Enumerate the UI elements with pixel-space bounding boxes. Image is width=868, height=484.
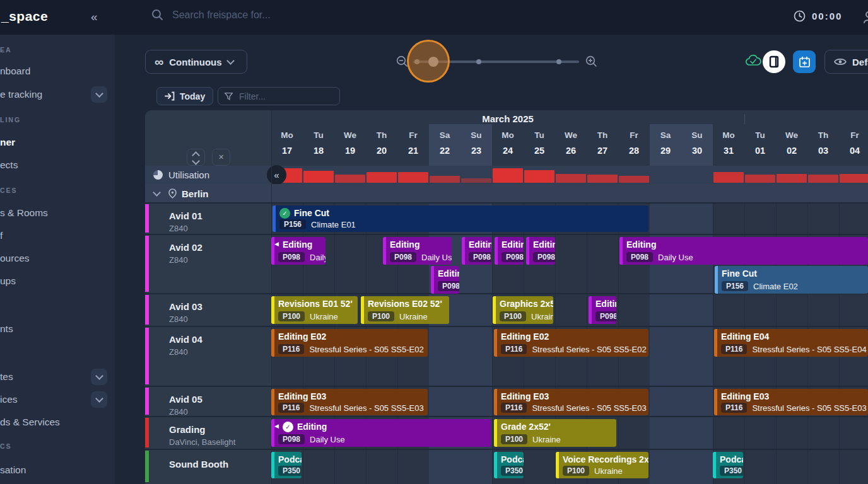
resource-row-avid-04[interactable]: Avid 04Z840 [145,326,271,386]
sidebar-item-s-rooms[interactable]: s & Rooms [0,207,48,219]
saved-view-button[interactable]: Defa [824,50,868,74]
resource-color-strip [145,295,149,325]
sidebar-item-nts[interactable]: nts [0,323,13,335]
event-accent-bar [494,389,497,415]
group-row-berlin[interactable]: Berlin [145,184,868,203]
today-button[interactable]: Today [156,87,213,105]
event-block-graphics-2x52-[interactable]: Graphics 2x52'P100Ukraine [493,296,553,324]
event-block-editing-e03[interactable]: Editing E03P116Stressful Series - S05 SS… [271,389,428,415]
resource-name: Avid 05 [169,394,271,405]
event-block-editing[interactable]: EditingP098 [526,237,555,265]
event-block-editing[interactable]: EditingP098Daily Use [619,237,868,265]
event-title: Fine Cut [294,207,329,219]
filter-field[interactable] [218,87,340,105]
view-mode-dropdown[interactable]: ∞ Continuous [145,50,247,74]
event-block-editing[interactable]: ◀EditingP098Daily Use [271,237,326,265]
event-block-editing[interactable]: EditingP098 [495,237,524,265]
time-tracker[interactable]: 00:00 [794,10,842,22]
utilisation-bar [303,171,334,183]
today-label: Today [180,91,205,101]
event-block-editing-e02[interactable]: Editing E02P116Stressful Series - S05 SS… [494,329,648,357]
event-title: Editing [533,239,555,250]
sidebar-item-tes[interactable]: tes [0,371,13,383]
day-header-th-03: Th03 [807,124,839,156]
event-accent-bar [361,296,364,324]
event-title-row: Editing [501,239,521,250]
expand-collapse-all-button[interactable] [187,149,205,166]
event-block-grade-2x52-[interactable]: Grade 2x52'P100Ukraine [494,419,616,447]
zoom-slider-thumb[interactable] [428,57,438,67]
sidebar-item-ources[interactable]: ources [0,253,30,264]
sidebar-item-expand-button[interactable] [91,391,107,408]
event-block-podcast[interactable]: PodcastP350 [713,452,743,478]
event-accent-bar [714,389,717,415]
event-title-row: Editing E03 [278,391,425,402]
resource-row-avid-03[interactable]: Avid 03Z840 [145,294,271,326]
event-accent-bar [271,389,274,415]
clear-button[interactable]: ✕ [212,149,230,166]
sidebar-item-ups[interactable]: ups [0,275,16,287]
collapse-panel-button[interactable]: « [267,165,286,185]
event-block-podcast[interactable]: PodcastP350 [271,452,302,478]
resource-color-strip [145,418,149,447]
sidebar-item-nboard[interactable]: nboard [0,66,30,77]
zoom-in-icon[interactable] [585,55,597,67]
sidebar-item-ects[interactable]: ects [0,159,18,171]
utilisation-bar [587,175,618,183]
event-title: Voice Recordings 2x52' [563,454,648,465]
resource-row-avid-01[interactable]: Avid 01Z840 [145,203,271,234]
event-block-editing[interactable]: EditingP098 [431,266,459,294]
add-booking-button[interactable] [793,50,816,73]
zoom-out-icon[interactable] [396,55,408,67]
event-detail-row: P098 [469,252,489,262]
resource-row-grading[interactable]: GradingDaVinci, Baselight [145,417,271,449]
project-badge: P098 [278,434,305,444]
event-title: Podcast [720,454,743,465]
sidebar-item-sation[interactable]: sation [0,464,26,476]
event-title: Editing [626,239,656,250]
event-block-editing-e04[interactable]: Editing E04P116Stressful Series - S05 SS… [714,329,868,357]
sidebar-item-expand-button[interactable] [91,369,107,385]
event-detail-row: P098Daily Use [278,252,323,262]
group-label: Berlin [182,188,209,199]
resource-row-avid-02[interactable]: Avid 02Z840 [145,234,271,294]
zoom-slider-track[interactable] [413,60,579,63]
sidebar-item-ner[interactable]: ner [0,137,15,148]
sidebar-item-ds-services[interactable]: ds & Services [0,417,60,428]
resource-name: Avid 02 [169,242,271,253]
resource-row-avid-05[interactable]: Avid 05Z840 [145,386,271,417]
event-block-podcast[interactable]: PodcastP350 [494,452,524,478]
sidebar-item-e-tracking[interactable]: e tracking [0,89,42,100]
project-badge: P156 [279,219,306,229]
event-title: Graphics 2x52' [500,298,553,309]
event-block-editing-e02[interactable]: Editing E02P116Stressful Series - S05 SS… [271,329,428,357]
resource-row-sound-booth[interactable]: Sound Booth [145,449,271,484]
event-block-editing[interactable]: EditingP098Daily Use [383,237,452,265]
sidebar-item-ices[interactable]: ices [0,394,18,405]
event-block-revisions-e02-52-[interactable]: Revisions E02 52'P100Ukraine [361,296,449,324]
event-title-row: Editing [390,239,449,250]
event-title-row: Editing E02 [278,331,425,342]
library-button[interactable] [763,50,785,73]
event-block-fine-cut[interactable]: Fine CutP156Climate E02 [715,266,868,294]
event-block-editing[interactable]: ◀✓EditingP098Daily Use [271,419,491,447]
event-title: Grade 2x52' [501,421,551,432]
event-title-row: Editing E04 [721,331,865,342]
event-accent-bar [271,296,274,324]
user-avatar-icon[interactable] [863,11,868,23]
event-block-editing-e03[interactable]: Editing E03P116Stressful Series - S05 SS… [494,389,648,415]
event-block-voice-recordings-2x52-[interactable]: Voice Recordings 2x52'P100Ukraine [556,452,648,478]
filter-input[interactable] [238,91,329,102]
global-search[interactable]: Search freispace for... [151,9,271,21]
event-block-editing-e03[interactable]: Editing E03P116Stressful Series - S05 SS… [714,389,868,415]
resource-subtitle: Z840 [169,347,271,357]
event-block-editing[interactable]: EditingP098 [589,296,616,324]
sidebar-item-f[interactable]: f [0,230,3,241]
sidebar-item-expand-button[interactable] [91,86,107,103]
event-detail-row: P350 [501,466,521,476]
sidebar-collapse-icon[interactable]: « [91,10,98,24]
event-block-fine-cut[interactable]: ✓Fine CutP156Climate E01 [273,205,648,232]
event-block-editing[interactable]: EditingP098 [462,237,491,265]
event-title-row: Editing E03 [501,391,646,402]
event-block-revisions-e01-52-[interactable]: Revisions E01 52'P100Ukraine [271,296,358,324]
